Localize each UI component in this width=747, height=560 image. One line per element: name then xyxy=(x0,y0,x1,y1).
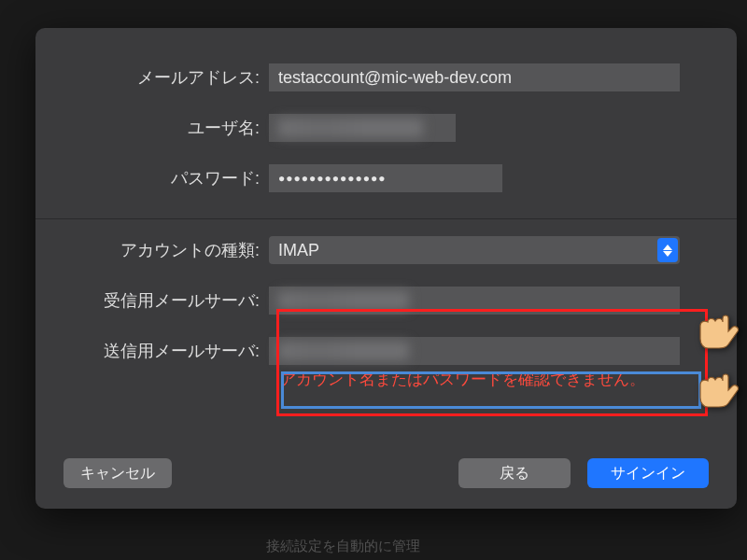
credentials-section: メールアドレス: ユーザ名: パスワード: ●●●●●●●●●●●●●● xyxy=(35,28,737,218)
mail-account-dialog: メールアドレス: ユーザ名: パスワード: ●●●●●●●●●●●●●● アカウ… xyxy=(35,28,737,509)
back-button[interactable]: 戻る xyxy=(458,458,571,488)
account-type-label: アカウントの種類: xyxy=(63,239,269,261)
username-label: ユーザ名: xyxy=(63,117,269,139)
username-input[interactable] xyxy=(269,114,456,142)
incoming-server-input[interactable] xyxy=(269,287,680,315)
outgoing-server-label: 送信用メールサーバ: xyxy=(63,340,269,362)
server-section: アカウントの種類: IMAP 受信用メールサーバ: 送信用メールサーバ: アカウ… xyxy=(35,219,737,399)
email-label: メールアドレス: xyxy=(63,66,269,89)
password-input[interactable]: ●●●●●●●●●●●●●● xyxy=(269,164,502,192)
button-row: キャンセル 戻る サインイン xyxy=(35,458,737,488)
signin-button[interactable]: サインイン xyxy=(587,458,709,488)
username-row: ユーザ名: xyxy=(63,114,709,142)
dropdown-stepper-icon xyxy=(657,238,678,262)
redacted-value xyxy=(278,342,409,360)
email-row: メールアドレス: xyxy=(63,63,709,91)
redacted-value xyxy=(278,119,423,137)
cancel-button[interactable]: キャンセル xyxy=(63,458,172,488)
email-input[interactable] xyxy=(269,63,680,91)
redacted-value xyxy=(278,291,409,310)
outgoing-server-input[interactable] xyxy=(269,337,680,365)
error-message: アカウント名またはパスワードを確認できません。 xyxy=(280,369,709,390)
outgoing-server-row: 送信用メールサーバ: xyxy=(63,337,709,365)
account-type-row: アカウントの種類: IMAP xyxy=(63,236,709,264)
account-type-value: IMAP xyxy=(278,241,319,260)
pointer-hand-icon xyxy=(698,313,747,354)
password-label: パスワード: xyxy=(63,167,269,189)
incoming-server-row: 受信用メールサーバ: xyxy=(63,287,709,315)
background-text: 接続設定を自動的に管理 xyxy=(266,538,420,555)
account-type-select[interactable]: IMAP xyxy=(269,236,680,264)
pointer-hand-icon xyxy=(698,371,747,413)
incoming-server-label: 受信用メールサーバ: xyxy=(63,289,269,312)
password-row: パスワード: ●●●●●●●●●●●●●● xyxy=(63,164,709,192)
